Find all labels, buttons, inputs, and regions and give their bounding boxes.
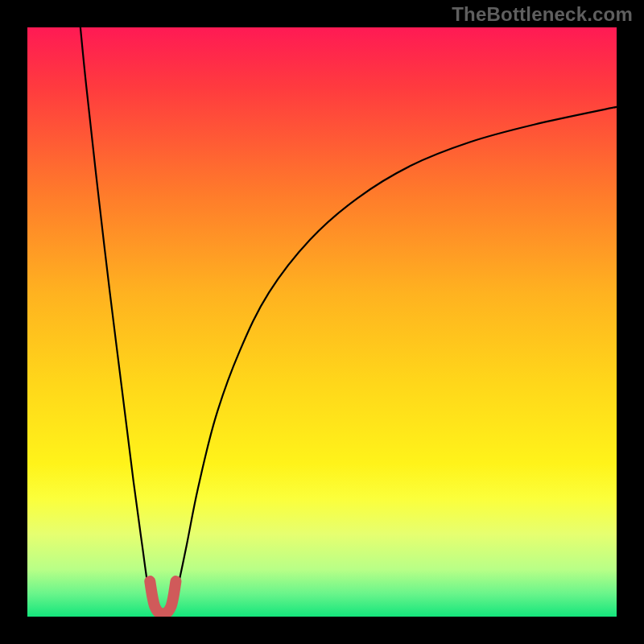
curves-layer: [27, 27, 617, 617]
plot-area: [27, 27, 617, 617]
curve-left-branch: [80, 27, 153, 605]
chart-frame: TheBottleneck.com: [0, 0, 644, 644]
trough-highlight: [150, 581, 175, 613]
watermark-text: TheBottleneck.com: [452, 3, 633, 26]
curve-right-branch: [171, 107, 617, 605]
